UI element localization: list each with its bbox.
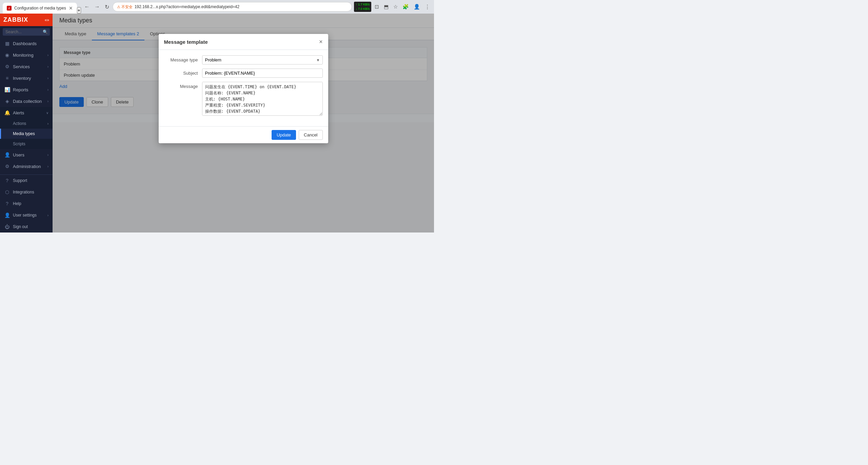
modal-close-button[interactable]: × — [319, 39, 323, 45]
subject-input[interactable] — [202, 69, 323, 78]
message-type-select-wrapper: Problem Problem recovery Problem update … — [202, 55, 323, 64]
chevron-right-icon: › — [47, 122, 48, 126]
user-settings-icon: 👤 — [4, 212, 10, 218]
media-types-label: Media types — [13, 131, 35, 136]
message-type-select[interactable]: Problem Problem recovery Problem update … — [202, 55, 323, 64]
address-bar[interactable]: ⚠ 不安全 192.168.2...x.php?action=mediatype… — [113, 2, 352, 12]
sidebar-item-label: Support — [13, 178, 48, 183]
sidebar-item-label: Alerts — [13, 110, 43, 115]
search-icon: 🔍 — [43, 30, 48, 34]
subject-label: Subject — [164, 69, 198, 76]
chevron-right-icon: › — [47, 53, 48, 57]
modal-body: Message type Problem Problem recovery Pr… — [159, 50, 328, 126]
menu-button[interactable]: ⋮ — [423, 2, 431, 11]
alerts-submenu: Actions › Media types Scripts — [0, 118, 53, 149]
address-text: 192.168.2...x.php?action=mediatype.edit&… — [135, 4, 348, 9]
sidebar-item-label: Dashboards — [13, 41, 48, 46]
browser-tabs: Z Configuration of media types ✕ + — [3, 0, 81, 14]
sign-out-icon: ⏻ — [4, 224, 10, 229]
browser-chrome: Z Configuration of media types ✕ + ← → ↻… — [0, 0, 434, 14]
help-icon: ? — [4, 201, 10, 206]
chevron-down-icon: ∨ — [46, 111, 48, 115]
chevron-right-icon: › — [47, 76, 48, 80]
monitoring-icon: ◉ — [4, 52, 10, 58]
sidebar-item-scripts[interactable]: Scripts — [0, 139, 53, 149]
chevron-right-icon: › — [47, 88, 48, 92]
back-button[interactable]: ← — [83, 2, 91, 11]
sidebar-item-label: Users — [13, 152, 45, 157]
sidebar-bottom: ? Support ⬡ Integrations ? Help 👤 User s… — [0, 174, 53, 232]
sidebar-item-data-collection[interactable]: ◈ Data collection › — [0, 95, 53, 107]
chevron-right-icon: › — [47, 165, 48, 168]
logo-text: ZABBIX — [3, 16, 28, 23]
services-icon: ⚙ — [4, 64, 10, 69]
sidebar-item-sign-out[interactable]: ⏻ Sign out — [0, 221, 53, 232]
integrations-icon: ⬡ — [4, 189, 10, 195]
sidebar-search-area: 🔍 — [0, 26, 53, 38]
new-tab-button[interactable]: + — [77, 7, 81, 14]
sidebar-item-user-settings[interactable]: 👤 User settings › — [0, 209, 53, 221]
message-label: Message — [164, 82, 198, 89]
screenshot-button[interactable]: ⬒ — [382, 2, 390, 11]
actions-label: Actions — [13, 121, 26, 126]
modal-overlay: Message template × Message type Problem … — [53, 14, 434, 232]
sidebar-item-label: Administration — [13, 164, 45, 169]
tab-close-button[interactable]: ✕ — [69, 5, 73, 11]
sidebar-item-administration[interactable]: ⚙ Administration › — [0, 161, 53, 172]
sidebar-item-monitoring[interactable]: ◉ Monitoring › — [0, 49, 53, 61]
bookmark-button[interactable]: ☆ — [392, 2, 399, 11]
reports-icon: 📊 — [4, 87, 10, 92]
sidebar-item-users[interactable]: 👤 Users › — [0, 149, 53, 161]
chevron-right-icon: › — [47, 65, 48, 69]
message-type-row: Message type Problem Problem recovery Pr… — [164, 55, 323, 64]
sidebar-item-media-types[interactable]: Media types — [0, 129, 53, 139]
speed-overlay: ↑ 1.7 KB/s ↓ 7.0 KB/s — [354, 2, 371, 12]
forward-button[interactable]: → — [93, 2, 101, 11]
sidebar-collapse-button[interactable]: «» — [45, 18, 49, 22]
modal-cancel-button[interactable]: Cancel — [299, 130, 322, 140]
sidebar-item-services[interactable]: ⚙ Services › — [0, 61, 53, 72]
sidebar-logo: ZABBIX «» — [0, 14, 53, 26]
message-control: 问题发生在 {EVENT.TIME} on {EVENT.DATE} 问题名称:… — [202, 82, 323, 117]
sidebar-item-label: Sign out — [13, 224, 48, 229]
message-type-label: Message type — [164, 55, 198, 62]
message-row: Message 问题发生在 {EVENT.TIME} on {EVENT.DAT… — [164, 82, 323, 117]
sidebar-item-actions[interactable]: Actions › — [0, 118, 53, 129]
sidebar-item-support[interactable]: ? Support — [0, 175, 53, 186]
tab-title: Configuration of media types — [14, 6, 66, 11]
sidebar-item-integrations[interactable]: ⬡ Integrations — [0, 186, 53, 198]
sidebar-item-label: Services — [13, 64, 45, 69]
extensions-button[interactable]: 🧩 — [401, 2, 410, 11]
sidebar-item-label: Integrations — [13, 190, 48, 194]
chevron-right-icon: › — [47, 153, 48, 157]
sidebar-item-label: User settings — [13, 213, 45, 218]
sidebar-item-inventory[interactable]: ≡ Inventory › — [0, 72, 53, 84]
sidebar-item-label: Data collection — [13, 99, 45, 104]
message-textarea[interactable]: 问题发生在 {EVENT.TIME} on {EVENT.DATE} 问题名称:… — [202, 82, 323, 116]
translate-button[interactable]: ⊡ — [373, 2, 380, 11]
active-tab[interactable]: Z Configuration of media types ✕ — [3, 3, 77, 14]
administration-icon: ⚙ — [4, 164, 10, 169]
chevron-right-icon: › — [47, 213, 48, 217]
sidebar-item-help[interactable]: ? Help — [0, 198, 53, 209]
profile-button[interactable]: 👤 — [412, 2, 421, 11]
dashboards-icon: ▦ — [4, 41, 10, 46]
modal-title: Message template — [164, 39, 208, 45]
app-wrapper: ZABBIX «» 🔍 ▦ Dashboards ◉ Monitoring › … — [0, 14, 434, 232]
support-icon: ? — [4, 178, 10, 183]
sidebar-item-reports[interactable]: 📊 Reports › — [0, 84, 53, 95]
sidebar-item-label: Help — [13, 201, 48, 206]
search-wrapper: 🔍 — [3, 28, 50, 36]
subject-row: Subject — [164, 69, 323, 78]
content-area: Media types Media type Message templates… — [53, 14, 434, 232]
reload-button[interactable]: ↻ — [103, 2, 111, 12]
modal-footer: Update Cancel — [159, 126, 328, 143]
modal-update-button[interactable]: Update — [272, 130, 296, 140]
sidebar-item-label: Reports — [13, 87, 45, 92]
sidebar-item-alerts[interactable]: 🔔 Alerts ∨ — [0, 107, 53, 118]
alerts-icon: 🔔 — [4, 110, 10, 115]
data-collection-icon: ◈ — [4, 98, 10, 104]
chevron-right-icon: › — [47, 99, 48, 103]
sidebar-item-label: Monitoring — [13, 53, 45, 58]
sidebar-item-dashboards[interactable]: ▦ Dashboards — [0, 38, 53, 49]
